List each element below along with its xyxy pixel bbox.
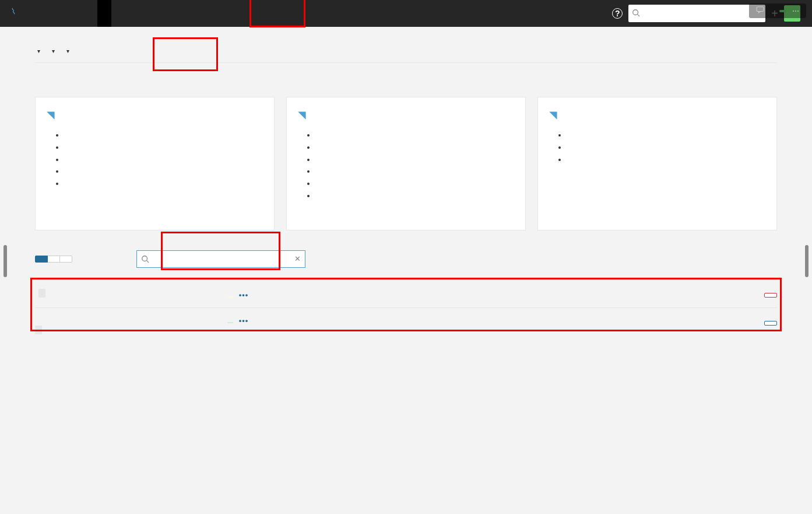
- version-badge: [227, 296, 233, 298]
- more-icon[interactable]: ⋯: [789, 6, 803, 16]
- logo[interactable]: ⌇: [12, 8, 16, 20]
- feature-item: [567, 130, 765, 142]
- nav-qgate[interactable]: [83, 0, 97, 27]
- feature-item: [316, 166, 514, 178]
- edition-cards: ◥ ◥: [35, 97, 777, 230]
- plugin-row: •••: [35, 307, 777, 344]
- edition-card-developer: ◥: [35, 97, 275, 230]
- more-dots-icon[interactable]: •••: [239, 291, 249, 299]
- filter-row: ✕: [35, 250, 777, 268]
- svg-rect-2: [757, 7, 764, 12]
- admin-subnav: ▾ ▾ ▾: [35, 48, 777, 63]
- swoosh-icon: ◥: [298, 109, 305, 120]
- search-icon: [141, 255, 149, 265]
- top-navbar: ⌇ ? + ⋯: [0, 0, 812, 27]
- plugin-category-badge: [38, 289, 45, 298]
- feature-item: [316, 178, 514, 190]
- swoosh-icon: ◥: [550, 109, 557, 120]
- install-button[interactable]: [764, 321, 777, 326]
- caret-icon: ▾: [52, 48, 55, 54]
- swoosh-icon: ◥: [47, 109, 54, 120]
- filter-updates-only[interactable]: [60, 256, 72, 263]
- feature-item: [65, 154, 262, 166]
- feature-list: [298, 130, 514, 202]
- feature-list: [47, 130, 262, 190]
- right-scroll-handle[interactable]: [805, 245, 809, 277]
- svg-line-4: [147, 260, 149, 263]
- speech-icon[interactable]: [753, 5, 768, 16]
- edition-card-enterprise: ◥: [286, 97, 526, 230]
- subnav-projects[interactable]: ▾: [64, 48, 69, 58]
- nav-rules[interactable]: [55, 0, 69, 27]
- feature-item: [316, 190, 514, 202]
- feature-item: [65, 130, 262, 142]
- clear-icon[interactable]: ✕: [294, 254, 301, 263]
- svg-point-0: [633, 10, 638, 15]
- subnav-config[interactable]: ▾: [35, 48, 40, 58]
- caret-icon: ▾: [37, 48, 40, 54]
- nav-projects[interactable]: [27, 0, 41, 27]
- feature-item: [65, 178, 262, 190]
- feature-item: [316, 154, 514, 166]
- global-search[interactable]: [628, 5, 765, 22]
- caption-button[interactable]: [770, 10, 777, 12]
- svg-point-3: [142, 256, 147, 261]
- subnav-perms[interactable]: ▾: [50, 48, 55, 58]
- filter-all[interactable]: [35, 256, 48, 263]
- nav-qprofile[interactable]: [69, 0, 83, 27]
- plugin-row: •••: [35, 279, 777, 307]
- plugin-search-input[interactable]: [136, 250, 305, 268]
- version-badge: [227, 322, 233, 323]
- plugin-search: ✕: [136, 250, 305, 268]
- annotation-box: [249, 0, 305, 27]
- svg-line-1: [638, 15, 640, 17]
- help-icon[interactable]: ?: [612, 8, 623, 19]
- filter-segmented: [35, 256, 72, 263]
- feature-item: [65, 142, 262, 154]
- feature-item: [316, 130, 514, 142]
- uninstall-button[interactable]: [764, 293, 777, 298]
- original-button[interactable]: [779, 10, 786, 12]
- nav-admin[interactable]: [97, 0, 111, 27]
- feature-item: [567, 154, 765, 166]
- caption-toolbar: ⋯: [749, 4, 806, 18]
- caret-icon: ▾: [66, 48, 69, 54]
- left-scroll-handle[interactable]: [3, 245, 7, 277]
- search-icon: [632, 9, 640, 19]
- plugin-category-badge: [35, 326, 42, 334]
- page-body: ▾ ▾ ▾ ◥ ◥: [0, 27, 812, 356]
- edition-card-datacenter: ◥: [537, 97, 777, 230]
- nav-issues[interactable]: [41, 0, 55, 27]
- feature-item: [65, 166, 262, 178]
- feature-item: [567, 142, 765, 154]
- more-dots-icon[interactable]: •••: [239, 316, 249, 325]
- feature-item: [316, 142, 514, 154]
- filter-updated[interactable]: [48, 256, 60, 263]
- global-search-input[interactable]: [628, 5, 765, 22]
- logo-wave-icon: ⌇: [10, 6, 17, 16]
- feature-list: [550, 130, 765, 166]
